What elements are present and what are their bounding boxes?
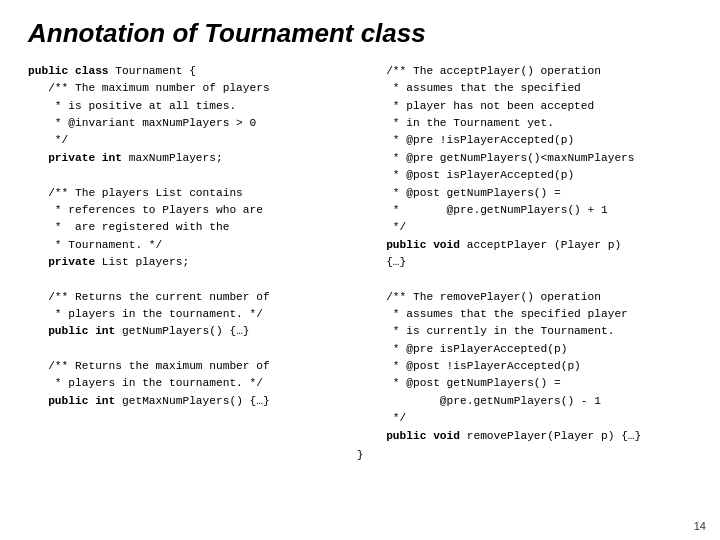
closing-brace: } bbox=[28, 449, 692, 461]
left-block-2: /** The players List contains * referenc… bbox=[28, 185, 350, 272]
left-block-1: public class Tournament { /** The maximu… bbox=[28, 63, 350, 167]
right-block-2: /** The removePlayer() operation * assum… bbox=[366, 289, 692, 445]
right-block-1: /** The acceptPlayer() operation * assum… bbox=[366, 63, 692, 271]
left-column: public class Tournament { /** The maximu… bbox=[28, 63, 360, 445]
page-title: Annotation of Tournament class bbox=[28, 18, 692, 49]
content-area: public class Tournament { /** The maximu… bbox=[28, 63, 692, 445]
page-number: 14 bbox=[694, 520, 706, 532]
left-block-3: /** Returns the current number of * play… bbox=[28, 289, 350, 341]
right-column: /** The acceptPlayer() operation * assum… bbox=[360, 63, 692, 445]
page: Annotation of Tournament class public cl… bbox=[0, 0, 720, 540]
left-block-4: /** Returns the maximum number of * play… bbox=[28, 358, 350, 410]
